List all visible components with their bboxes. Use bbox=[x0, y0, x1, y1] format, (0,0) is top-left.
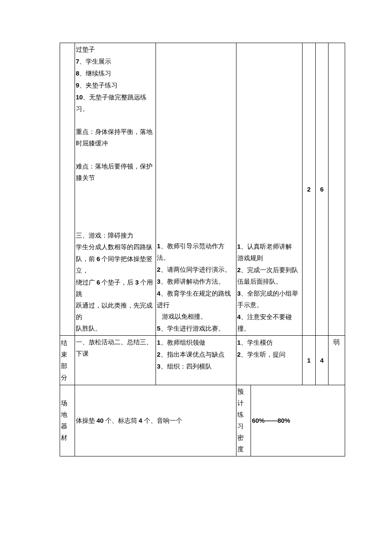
list-number: 5 bbox=[157, 325, 160, 332]
list-number: 3 bbox=[237, 290, 241, 297]
cell-minutes: 6 bbox=[315, 43, 328, 336]
list-number: 2 bbox=[157, 351, 160, 358]
text-line: 一、放松活动二、总结三、下课 bbox=[76, 339, 153, 357]
list-number: 3 bbox=[157, 363, 160, 370]
text-line: 膝关节 bbox=[76, 174, 95, 181]
cell-content-end: 一、放松活动二、总结三、下课 bbox=[75, 336, 156, 385]
value-number: 2 bbox=[307, 186, 311, 193]
text-vertical: 场地器材 bbox=[61, 400, 67, 441]
text-line: 过垫子 bbox=[76, 46, 95, 53]
text-line: 伍最后面排队。 bbox=[237, 278, 282, 285]
text-line: 、指出本课优点与缺点 bbox=[161, 351, 225, 358]
cell-times: 1 bbox=[303, 336, 315, 385]
cell-teacher-end: 1、教师组织领做 2、指出本课优点与缺点 3、组织：四列横队 bbox=[156, 336, 236, 385]
list-number: 9 bbox=[76, 81, 79, 89]
text-line: 、继续练习 bbox=[79, 70, 111, 77]
text-line: 重点：身体保持平衡，落地 bbox=[76, 128, 153, 135]
table-row: 场地器材 体操垫 40 个、标志筒 4 个、音响一个 预计练习密度 60%——8… bbox=[60, 385, 345, 456]
text-line: 三、游戏：障碍接力 bbox=[76, 232, 133, 239]
text-line: 、全部完成的小组举 bbox=[241, 290, 298, 297]
text-line: 队，前 bbox=[76, 256, 97, 262]
text-line: 撞。 bbox=[237, 325, 250, 332]
cell-minutes: 4 bbox=[315, 336, 328, 385]
value-number: 6 bbox=[320, 186, 323, 193]
cell-student-end: 1、学生模仿 2、学生听，提问 bbox=[236, 336, 303, 385]
text-line: 、教师组织领做 bbox=[161, 339, 205, 346]
list-number: 4 bbox=[157, 290, 160, 297]
text-line: 、认真听老师讲解 bbox=[241, 243, 292, 250]
cell-density-label: 预计练习密度 bbox=[236, 385, 251, 456]
text-line: 难点：落地后要停顿，保护 bbox=[76, 163, 153, 170]
text-line: 、无垫子做完整跳远练 bbox=[83, 94, 147, 101]
text-line: 游戏规则 bbox=[237, 255, 263, 262]
list-number: 7 bbox=[76, 58, 79, 65]
list-number: 4 bbox=[237, 313, 241, 320]
value-number: 4 bbox=[320, 357, 323, 364]
text-line: 个、音响一个 bbox=[142, 417, 182, 424]
text-value: 60%——80% bbox=[252, 417, 290, 424]
text-vertical: 结束部分 bbox=[61, 340, 67, 381]
cell-equipment-content: 体操垫 40 个、标志筒 4 个、音响一个 bbox=[75, 385, 236, 456]
text-line: 、注意安全不要碰 bbox=[241, 314, 292, 320]
list-number: 2 bbox=[237, 266, 241, 273]
cell-density-value: 60%——80% bbox=[251, 385, 345, 456]
cell-section-end: 结束部分 bbox=[60, 336, 75, 385]
text-line: 、学生展示 bbox=[79, 58, 111, 65]
text-line: 手示意。 bbox=[237, 302, 263, 308]
text-line: 、学生进行游戏比赛。 bbox=[161, 325, 225, 332]
inline-number: 3 bbox=[135, 279, 138, 286]
cell-section-blank bbox=[60, 43, 75, 336]
cell-intensity: 弱 bbox=[328, 336, 345, 385]
list-number: 2 bbox=[237, 351, 241, 358]
text-line: 、学生模仿 bbox=[241, 339, 273, 346]
text-line: 队胜队。 bbox=[76, 325, 101, 332]
cell-teacher-activity: 1、教师引导示范动作方法。 2、请两位同学进行演示。 3、教师讲解动作方法。 4… bbox=[156, 43, 236, 336]
table-row: 过垫子 7、学生展示 8、继续练习 9、夹垫子练习 10、无垫子做完整跳远练 习… bbox=[60, 43, 345, 336]
list-number: 10 bbox=[76, 93, 83, 101]
text-line: 、组织：四列横队 bbox=[161, 363, 212, 370]
text-line: 习。 bbox=[76, 105, 89, 112]
inline-number: 6 bbox=[96, 279, 100, 286]
inline-number: 40 bbox=[96, 417, 104, 424]
table-row: 结束部分 一、放松活动二、总结三、下课 1、教师组织领做 2、指出本课优点与缺点… bbox=[60, 336, 345, 385]
list-number: 1 bbox=[237, 243, 241, 250]
list-number: 1 bbox=[237, 339, 241, 346]
list-number: 1 bbox=[157, 339, 160, 346]
value-number: 1 bbox=[307, 357, 311, 364]
text-line: 、完成一次后要到队 bbox=[241, 267, 298, 273]
text-vertical: 预计练习密度 bbox=[237, 388, 244, 453]
list-number: 1 bbox=[157, 242, 160, 250]
list-number: 3 bbox=[157, 278, 160, 285]
text-line: 个、标志筒 bbox=[104, 417, 139, 424]
text-line: 个垫子，后 bbox=[100, 279, 135, 286]
text-line: 、教育学生在规定的路线进行 bbox=[157, 290, 231, 308]
list-number: 8 bbox=[76, 70, 79, 77]
cell-intensity-blank bbox=[328, 43, 345, 336]
list-number: 2 bbox=[157, 266, 160, 273]
inline-number: 4 bbox=[139, 417, 142, 424]
text-line: 游戏以免相撞。 bbox=[157, 311, 235, 323]
text-line: 体操垫 bbox=[76, 417, 97, 424]
text-line: 跃通过，以此类推，先完成的 bbox=[76, 302, 153, 320]
lesson-plan-table: 过垫子 7、学生展示 8、继续练习 9、夹垫子练习 10、无垫子做完整跳远练 习… bbox=[60, 43, 345, 456]
text-line: 学生分成人数相等的四路纵 bbox=[76, 244, 153, 250]
document-page: 过垫子 7、学生展示 8、继续练习 9、夹垫子练习 10、无垫子做完整跳远练 习… bbox=[0, 0, 392, 456]
text-line: 、夹垫子练习 bbox=[79, 82, 118, 89]
text-line: 绕过广 bbox=[76, 279, 97, 286]
text-line: 、学生听，提问 bbox=[241, 351, 285, 358]
cell-student-activity: 1、认真听老师讲解 游戏规则 2、完成一次后要到队 伍最后面排队。 3、全部完成… bbox=[236, 43, 303, 336]
cell-times: 2 bbox=[303, 43, 315, 336]
text-value: 弱 bbox=[333, 339, 340, 346]
cell-equipment-label: 场地器材 bbox=[60, 385, 75, 456]
text-line: 、教师引导示范动作方法。 bbox=[157, 243, 224, 261]
inline-number: 6 bbox=[96, 255, 100, 262]
text-line: 、请两位同学进行演示。 bbox=[161, 266, 231, 273]
cell-content-activities: 过垫子 7、学生展示 8、继续练习 9、夹垫子练习 10、无垫子做完整跳远练 习… bbox=[75, 43, 156, 336]
text-line: 、教师讲解动作方法。 bbox=[161, 278, 225, 285]
text-line: 时屈膝缓冲 bbox=[76, 140, 108, 147]
